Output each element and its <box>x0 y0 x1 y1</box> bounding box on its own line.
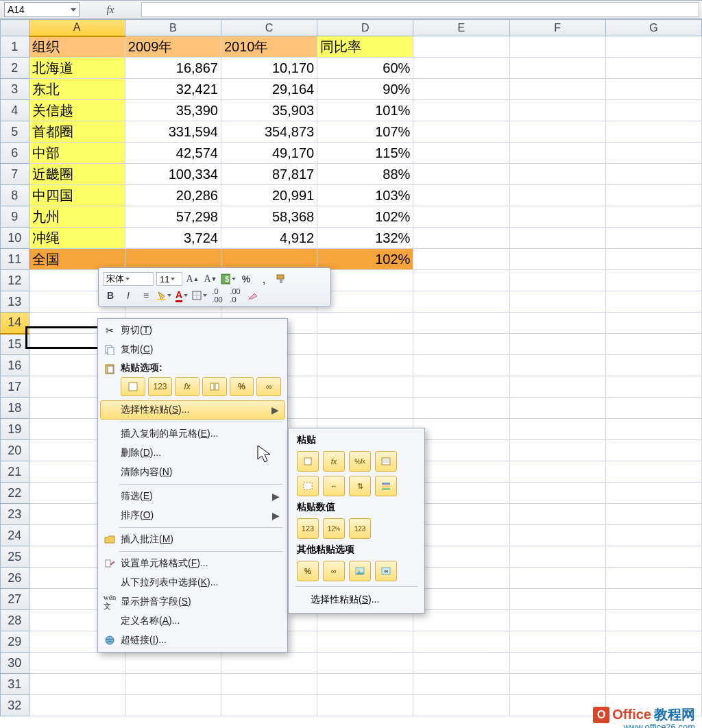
cell-A2[interactable]: 北海道 <box>29 58 125 79</box>
cell-A10[interactable]: 冲绳 <box>29 228 125 249</box>
sub-paste-linked-picture-icon[interactable]: ∞ <box>375 561 397 581</box>
cell-r24c5[interactable] <box>509 525 605 546</box>
cell-r20c5[interactable] <box>509 440 605 461</box>
cell-r30c6[interactable] <box>605 653 701 674</box>
col-header-E[interactable]: E <box>413 20 509 36</box>
row-header-22[interactable]: 22 <box>1 483 29 504</box>
cell-r23c4[interactable] <box>413 504 509 525</box>
cell-r31c5[interactable] <box>509 674 605 695</box>
cell-A1[interactable]: 组织 <box>29 36 125 58</box>
cell-r29c6[interactable] <box>605 631 701 653</box>
sub-paste-column-widths-icon[interactable]: ↔ <box>323 476 345 496</box>
cell-r14c6[interactable] <box>605 313 701 334</box>
cell-r24c6[interactable] <box>605 525 701 546</box>
cell-D5[interactable]: 107% <box>317 121 413 143</box>
name-box[interactable]: A14 <box>4 2 80 17</box>
cell-D1[interactable]: 同比率 <box>317 36 413 58</box>
name-box-dropdown-icon[interactable] <box>71 8 76 12</box>
col-header-C[interactable]: C <box>221 20 317 36</box>
increase-decimal-icon[interactable]: .0.00 <box>210 289 225 302</box>
cell-r20c4[interactable] <box>413 440 509 461</box>
align-center-icon[interactable]: ≡ <box>138 289 154 302</box>
cell-r32c1[interactable] <box>125 695 221 716</box>
row-header-7[interactable]: 7 <box>1 164 29 185</box>
paste-all-icon[interactable] <box>121 377 145 396</box>
menu-clear-contents[interactable]: 清除内容(N) <box>100 463 285 482</box>
cell-r16c4[interactable] <box>413 355 509 376</box>
row-header-27[interactable]: 27 <box>1 589 29 610</box>
cell-r28c6[interactable] <box>605 610 701 631</box>
sub-paste-formulas-icon[interactable]: fx <box>323 451 345 472</box>
row-header-9[interactable]: 9 <box>1 206 29 228</box>
row-header-16[interactable]: 16 <box>1 355 29 376</box>
sub-paste-picture-icon[interactable] <box>349 561 371 581</box>
fill-color-icon[interactable] <box>156 289 171 302</box>
cell-r30c1[interactable] <box>125 653 221 674</box>
cell-r32c0[interactable] <box>29 695 125 716</box>
row-header-13[interactable]: 13 <box>1 291 29 313</box>
cell-r31c1[interactable] <box>125 674 221 695</box>
menu-filter[interactable]: 筛选(E)▶ <box>100 487 285 506</box>
cell-C3[interactable]: 29,164 <box>221 79 317 100</box>
font-family-select[interactable]: 宋体 <box>103 272 154 286</box>
menu-sort[interactable]: 排序(O)▶ <box>100 506 285 525</box>
cell-r13c6[interactable] <box>605 291 701 313</box>
cell-B11[interactable] <box>125 249 221 270</box>
cell-r26c5[interactable] <box>509 568 605 589</box>
cell-C11[interactable] <box>221 249 317 270</box>
cell-D11[interactable]: 102% <box>317 249 413 270</box>
cell-A11[interactable]: 全国 <box>29 249 125 270</box>
row-header-30[interactable]: 30 <box>1 653 29 674</box>
col-header-F[interactable]: F <box>509 20 605 36</box>
cell-r25c5[interactable] <box>509 546 605 568</box>
cell-B5[interactable]: 331,594 <box>125 121 221 143</box>
row-header-28[interactable]: 28 <box>1 610 29 631</box>
paste-formulas-icon[interactable]: fx <box>175 377 199 396</box>
row-header-2[interactable]: 2 <box>1 58 29 79</box>
sub-paste-link-icon[interactable]: ∞ <box>323 561 345 581</box>
format-painter-icon[interactable] <box>274 272 289 286</box>
cell-r25c4[interactable] <box>413 546 509 568</box>
cell-r29c5[interactable] <box>509 631 605 653</box>
sub-values-source-format-icon[interactable]: 123 <box>349 518 371 539</box>
cell-D7[interactable]: 88% <box>317 164 413 185</box>
cell-B9[interactable]: 57,298 <box>125 206 221 228</box>
cell-C5[interactable]: 354,873 <box>221 121 317 143</box>
menu-pick-from-dropdown[interactable]: 从下拉列表中选择(K)... <box>100 573 285 592</box>
row-header-25[interactable]: 25 <box>1 546 29 568</box>
cell-C9[interactable]: 58,368 <box>221 206 317 228</box>
cell-D4[interactable]: 101% <box>317 100 413 121</box>
cell-r27c4[interactable] <box>413 589 509 610</box>
cell-G1[interactable] <box>605 36 701 58</box>
menu-copy[interactable]: 复制(C) <box>100 340 285 359</box>
cell-B3[interactable]: 32,421 <box>125 79 221 100</box>
cell-A3[interactable]: 东北 <box>29 79 125 100</box>
cell-r30c4[interactable] <box>413 653 509 674</box>
cell-r30c0[interactable] <box>29 653 125 674</box>
row-header-10[interactable]: 10 <box>1 228 29 249</box>
cell-E1[interactable] <box>413 36 509 58</box>
cell-A4[interactable]: 关信越 <box>29 100 125 121</box>
menu-insert-comment[interactable]: 插入批注(M) <box>100 530 285 549</box>
row-header-21[interactable]: 21 <box>1 461 29 483</box>
col-header-D[interactable]: D <box>317 20 413 36</box>
cell-r15c6[interactable] <box>605 334 701 355</box>
row-header-29[interactable]: 29 <box>1 631 29 653</box>
font-size-select[interactable]: 11 <box>156 272 182 286</box>
sub-values-number-format-icon[interactable]: 12% <box>323 518 345 539</box>
decrease-decimal-icon[interactable]: .00.0 <box>228 289 243 302</box>
cell-r31c4[interactable] <box>413 674 509 695</box>
cell-r12c4[interactable] <box>413 270 509 291</box>
cell-r17c5[interactable] <box>509 376 605 398</box>
menu-format-cells[interactable]: 设置单元格格式(F)... <box>100 554 285 573</box>
cell-r29c4[interactable] <box>413 631 509 653</box>
cell-C8[interactable]: 20,991 <box>221 185 317 206</box>
cell-r28c5[interactable] <box>509 610 605 631</box>
menu-delete[interactable]: 删除(D)... <box>100 444 285 463</box>
cell-D9[interactable]: 102% <box>317 206 413 228</box>
cell-r13c4[interactable] <box>413 291 509 313</box>
paste-formatting-icon[interactable]: % <box>230 377 254 396</box>
menu-define-name[interactable]: 定义名称(A)... <box>100 611 285 631</box>
col-header-B[interactable]: B <box>125 20 221 36</box>
cell-r19c4[interactable] <box>413 419 509 440</box>
